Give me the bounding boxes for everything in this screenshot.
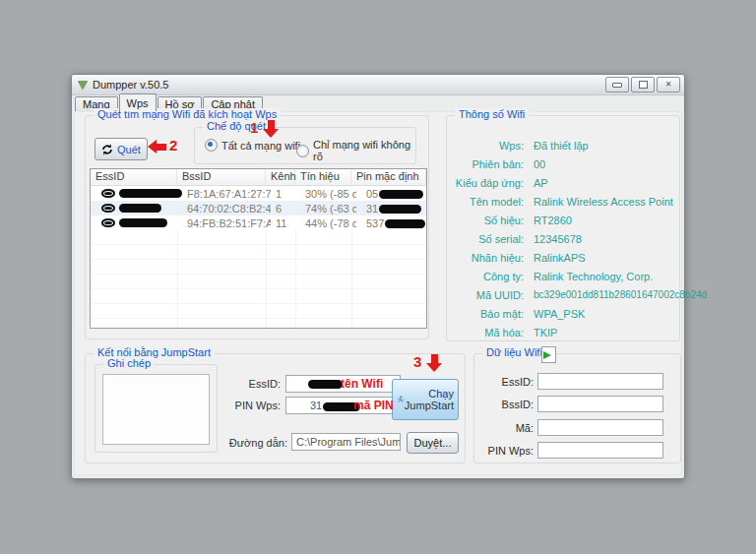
annotation-arrow-2 bbox=[148, 140, 166, 154]
run-button-line2: JumpStart bbox=[405, 400, 454, 411]
path-label: Đường dẫn: bbox=[221, 437, 287, 449]
jumpstart-group: Kết nối bằng JumpStart Ghi chép EssID: t… bbox=[85, 353, 466, 463]
annotation-arrow-1 bbox=[263, 120, 279, 138]
essid-redaction bbox=[119, 204, 161, 213]
essid-annotation: tên Wifi bbox=[341, 377, 383, 391]
col-essid[interactable]: EssID bbox=[91, 169, 177, 185]
table-row[interactable]: 64:70:02:C8:B2:4D 6 74% (-63 dbm) 31 bbox=[91, 201, 426, 215]
wd-key-field[interactable] bbox=[537, 419, 663, 436]
log-group-title: Ghi chép bbox=[103, 357, 155, 369]
essid-redaction bbox=[119, 189, 182, 198]
wifi-info-rows: Wps:Đã thiết lập Phiên bản:00 Kiểu đáp ứ… bbox=[447, 136, 679, 341]
network-icon bbox=[101, 189, 115, 198]
radio-unknown-networks[interactable]: Chỉ mạng wifi không rõ bbox=[296, 139, 415, 162]
path-field[interactable]: C:\Program Files\Jumpstart bbox=[291, 433, 401, 451]
col-signal[interactable]: Tín hiệu bbox=[295, 169, 351, 185]
pin-value-prefix: 31 bbox=[310, 400, 322, 411]
minimize-icon bbox=[612, 83, 622, 88]
pin-annotation: mã PIN bbox=[353, 399, 394, 412]
info-value: bc329e001dd811b28601647002c8b24d bbox=[534, 289, 707, 300]
close-icon: ✕ bbox=[665, 81, 672, 89]
radio-unselected-icon bbox=[296, 145, 309, 157]
close-button[interactable]: ✕ bbox=[657, 77, 680, 92]
wifi-info-title: Thông số Wifi bbox=[455, 108, 529, 120]
annotation-step-2: 2 bbox=[169, 137, 177, 154]
scan-mode-title: Chế độ quét bbox=[203, 120, 270, 132]
log-group: Ghi chép bbox=[94, 364, 218, 453]
run-jumpstart-button[interactable]: Chạy JumpStart bbox=[392, 379, 459, 420]
browse-button[interactable]: Duyệt... bbox=[407, 432, 459, 454]
pin-wps-label: PIN Wps: bbox=[221, 400, 281, 411]
log-box[interactable] bbox=[102, 374, 210, 445]
app-logo-icon bbox=[78, 81, 88, 90]
essid-value-redaction bbox=[308, 380, 343, 389]
minimize-button[interactable] bbox=[605, 77, 629, 92]
app-window: Dumpper v.50.5 ✕ Mạng Wps Hồ sơ Cập nhật… bbox=[71, 74, 685, 479]
table-row[interactable]: F8:1A:67:A1:27:79 1 30% (-85 dbm) 05 bbox=[91, 186, 426, 201]
scan-mode-group: Chế độ quét Tất cả mạng wifi Chỉ mạng wi… bbox=[194, 127, 416, 164]
run-button-line1: Chạy bbox=[428, 388, 454, 400]
annotation-arrow-3 bbox=[426, 354, 442, 372]
radio-all-networks-label: Tất cả mạng wifi bbox=[221, 140, 300, 152]
info-value: Đã thiết lập bbox=[534, 140, 589, 152]
info-value: RT2860 bbox=[534, 215, 572, 226]
col-pin[interactable]: Pin mặc định bbox=[351, 169, 426, 185]
info-value: 12345678 bbox=[534, 233, 582, 245]
wd-pin-label: PIN Wps: bbox=[476, 445, 534, 457]
tab-wps[interactable]: Wps bbox=[119, 93, 157, 111]
wd-bssid-label: BssID: bbox=[476, 399, 534, 410]
maximize-icon bbox=[639, 81, 648, 89]
info-value: RalinkAPS bbox=[534, 252, 586, 264]
radio-all-networks[interactable]: Tất cả mạng wifi bbox=[205, 139, 300, 152]
info-value: 00 bbox=[534, 158, 545, 170]
essid-redaction bbox=[119, 218, 167, 227]
pin-redaction bbox=[385, 219, 425, 228]
export-document-icon[interactable] bbox=[541, 346, 556, 363]
wd-essid-field[interactable] bbox=[537, 373, 663, 390]
wifi-data-group: Dữ liệu Wifi EssID: BssID: Mã: PIN Wps: bbox=[473, 353, 681, 463]
network-icon bbox=[101, 204, 115, 213]
info-value: WPA_PSK bbox=[534, 308, 585, 320]
info-value: Ralink Technology, Corp. bbox=[534, 271, 653, 282]
wifi-info-group: Thông số Wifi Wps:Đã thiết lập Phiên bản… bbox=[446, 115, 680, 341]
maximize-button[interactable] bbox=[631, 77, 655, 92]
col-bssid[interactable]: BssID bbox=[177, 169, 266, 185]
scan-button[interactable]: Quét bbox=[94, 138, 148, 160]
annotation-step-3: 3 bbox=[413, 353, 421, 370]
wifi-data-title: Dữ liệu Wifi bbox=[482, 346, 546, 358]
scan-button-label: Quét bbox=[117, 144, 141, 155]
refresh-icon bbox=[101, 144, 113, 155]
network-table-header[interactable]: EssID BssID Kênh Tín hiệu Pin mặc định bbox=[91, 169, 426, 186]
col-channel[interactable]: Kênh bbox=[266, 169, 295, 185]
wd-key-label: Mã: bbox=[476, 422, 534, 434]
info-value: Ralink Wireless Access Point bbox=[534, 196, 673, 208]
titlebar[interactable]: Dumpper v.50.5 ✕ bbox=[72, 75, 684, 95]
radio-unknown-networks-label: Chỉ mạng wifi không rõ bbox=[313, 139, 415, 162]
info-value: TKIP bbox=[534, 327, 557, 339]
network-table-body: F8:1A:67:A1:27:79 1 30% (-85 dbm) 05 64:… bbox=[91, 186, 426, 328]
network-icon bbox=[101, 218, 115, 227]
wd-essid-label: EssID: bbox=[476, 376, 534, 388]
pin-redaction bbox=[379, 190, 423, 199]
pin-redaction bbox=[379, 205, 421, 214]
window-title: Dumpper v.50.5 bbox=[93, 79, 168, 91]
network-table: EssID BssID Kênh Tín hiệu Pin mặc định F… bbox=[90, 168, 427, 329]
jumpstart-runner-icon bbox=[397, 392, 405, 407]
info-value: AP bbox=[534, 177, 548, 189]
table-row[interactable]: 94:FB:B2:51:F7:A4 11 44% (-78 dbm) 537 bbox=[91, 215, 426, 230]
radio-selected-icon bbox=[205, 139, 218, 152]
wd-bssid-field[interactable] bbox=[537, 396, 663, 412]
annotation-step-1: 1 bbox=[250, 119, 258, 136]
wd-pin-field[interactable] bbox=[537, 442, 663, 459]
essid-label: EssID: bbox=[221, 378, 281, 390]
